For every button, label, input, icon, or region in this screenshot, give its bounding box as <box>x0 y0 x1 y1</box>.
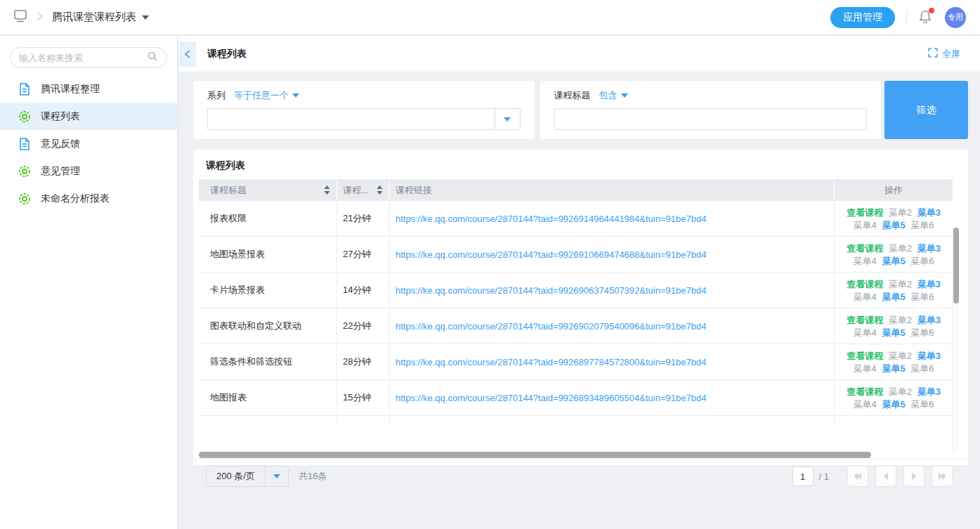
action-link-菜单3[interactable]: 菜单3 <box>917 351 941 361</box>
total-pages: / 1 <box>819 471 829 482</box>
current-page-input[interactable] <box>792 466 814 486</box>
action-link-菜单2[interactable]: 菜单2 <box>889 315 912 325</box>
prev-page-button[interactable] <box>875 466 896 487</box>
action-link-菜单3[interactable]: 菜单3 <box>917 279 941 289</box>
action-link-查看课程[interactable]: 查看课程 <box>847 279 883 289</box>
action-link-菜单6[interactable]: 菜单6 <box>910 363 934 374</box>
actions-cell: 查看课程 菜单2 菜单3 菜单4 菜单5 菜单6 <box>835 344 953 379</box>
avatar[interactable]: 专用 <box>945 7 966 28</box>
action-link-菜单5[interactable]: 菜单5 <box>882 220 905 230</box>
action-link-菜单6[interactable]: 菜单6 <box>910 220 934 230</box>
column-header-course-title[interactable]: 课程标题 <box>199 179 337 201</box>
action-link-菜单2[interactable]: 菜单2 <box>889 351 912 361</box>
sort-icon[interactable] <box>323 185 331 195</box>
filter-submit-button[interactable]: 筛选 <box>884 81 968 139</box>
page-size-select[interactable]: 200 条/页 <box>206 466 289 487</box>
sidebar-item-4[interactable]: 意见管理 <box>0 157 177 185</box>
action-link-菜单4[interactable]: 菜单4 <box>854 292 877 302</box>
chevron-down-icon <box>273 474 280 478</box>
action-link-查看课程[interactable]: 查看课程 <box>847 351 883 361</box>
next-page-button[interactable] <box>903 466 925 487</box>
action-link-菜单3[interactable]: 菜单3 <box>917 315 941 325</box>
course-title-cell: 卡片场景报表 <box>199 273 337 308</box>
course-duration-cell: 28分钟 <box>337 344 390 379</box>
column-header-duration[interactable]: 课程... <box>337 179 390 201</box>
fullscreen-button[interactable]: 全屏 <box>928 48 960 60</box>
first-page-button[interactable] <box>847 466 868 487</box>
action-link-菜单3[interactable]: 菜单3 <box>917 243 941 254</box>
series-operator-dropdown[interactable]: 等于任意一个 <box>234 89 299 102</box>
action-link-菜单5[interactable]: 菜单5 <box>882 256 905 266</box>
action-link-菜单3[interactable]: 菜单3 <box>917 207 941 218</box>
actions-cell: 查看课程 菜单2 菜单3 菜单4 菜单5 菜单6 <box>835 308 953 344</box>
app-manage-button[interactable]: 应用管理 <box>830 7 895 28</box>
course-link[interactable]: https://ke.qq.com/course/2870144?taid=99… <box>396 285 706 296</box>
page-size-caret[interactable] <box>265 466 288 486</box>
course-title-operator-dropdown[interactable]: 包含 <box>599 89 628 102</box>
action-link-菜单5[interactable]: 菜单5 <box>882 363 905 374</box>
last-page-button[interactable] <box>932 466 953 487</box>
horizontal-scrollbar[interactable] <box>199 452 953 459</box>
action-link-菜单2[interactable]: 菜单2 <box>889 279 912 289</box>
search-input[interactable] <box>19 53 147 63</box>
action-link-菜单3[interactable]: 菜单3 <box>917 386 941 397</box>
fullscreen-label: 全屏 <box>942 48 960 60</box>
course-title-input[interactable] <box>554 108 868 130</box>
doc-icon <box>18 83 31 96</box>
course-link-cell: https://ke.qq.com/course/2870144?taid=99… <box>390 201 835 236</box>
total-count: 共16条 <box>299 470 327 483</box>
action-link-菜单4[interactable]: 菜单4 <box>854 399 877 410</box>
action-link-菜单5[interactable]: 菜单5 <box>882 399 905 410</box>
vertical-scrollbar-thumb[interactable] <box>953 228 959 303</box>
sidebar-item-label: 意见反馈 <box>41 138 80 150</box>
sidebar-item-1[interactable]: 腾讯课程整理 <box>0 75 177 103</box>
action-link-菜单6[interactable]: 菜单6 <box>910 327 934 338</box>
search-icon[interactable] <box>147 51 158 65</box>
action-link-菜单2[interactable]: 菜单2 <box>889 386 912 397</box>
action-link-菜单6[interactable]: 菜单6 <box>910 399 934 410</box>
monitor-icon[interactable] <box>13 9 28 26</box>
action-link-菜单2[interactable]: 菜单2 <box>889 207 912 218</box>
sidebar-item-2[interactable]: 课程列表 <box>0 103 177 130</box>
course-link[interactable]: https://ke.qq.com/course/2870144?taid=99… <box>396 214 706 224</box>
action-link-查看课程[interactable]: 查看课程 <box>847 315 883 325</box>
actions-cell: 查看课程 菜单2 菜单3 菜单4 菜单5 菜单6 <box>835 237 953 272</box>
course-title-operator-label: 包含 <box>599 89 618 102</box>
action-link-菜单4[interactable]: 菜单4 <box>854 363 877 374</box>
chevron-right-icon <box>37 11 44 24</box>
notification-bell-icon[interactable] <box>918 9 934 26</box>
horizontal-scrollbar-thumb[interactable] <box>199 452 871 458</box>
series-select[interactable] <box>207 108 521 130</box>
action-link-菜单4[interactable]: 菜单4 <box>854 256 877 266</box>
table-header-row: 课程标题 课程... 课程链接 操作 <box>199 179 953 201</box>
course-link[interactable]: https://ke.qq.com/course/2870144?taid=99… <box>396 249 706 260</box>
pagination: 200 条/页 共16条 / 1 <box>193 459 968 493</box>
back-button[interactable] <box>179 41 196 67</box>
course-title-filter-card: 课程标题 包含 <box>540 81 882 139</box>
action-link-菜单6[interactable]: 菜单6 <box>910 256 934 266</box>
vertical-scrollbar[interactable] <box>952 227 959 452</box>
table-title: 课程列表 <box>193 150 968 181</box>
action-link-菜单6[interactable]: 菜单6 <box>910 292 934 302</box>
action-link-菜单2[interactable]: 菜单2 <box>889 243 912 254</box>
series-filter-card: 系列 等于任意一个 <box>193 81 535 139</box>
chevron-down-icon <box>504 117 511 122</box>
action-link-查看课程[interactable]: 查看课程 <box>847 243 883 254</box>
action-link-查看课程[interactable]: 查看课程 <box>847 386 883 397</box>
action-link-菜单5[interactable]: 菜单5 <box>882 292 905 302</box>
course-link[interactable]: https://ke.qq.com/course/2870144?taid=99… <box>396 321 706 332</box>
action-link-菜单5[interactable]: 菜单5 <box>882 327 905 338</box>
course-link-cell: https://ke.qq.com/course/2870144?taid=99… <box>390 380 835 415</box>
chevron-down-icon <box>292 93 299 98</box>
action-link-查看课程[interactable]: 查看课程 <box>847 207 883 218</box>
app-title-dropdown[interactable]: 腾讯课堂课程列表 <box>52 11 149 24</box>
course-duration-cell: 14分钟 <box>337 273 390 308</box>
series-select-caret[interactable] <box>495 109 520 129</box>
action-link-菜单4[interactable]: 菜单4 <box>854 220 877 230</box>
course-link[interactable]: https://ke.qq.com/course/2870144?taid=99… <box>396 357 706 367</box>
sidebar-item-3[interactable]: 意见反馈 <box>0 130 177 157</box>
course-link[interactable]: https://ke.qq.com/course/2870144?taid=99… <box>396 393 706 403</box>
sort-icon[interactable] <box>376 185 384 195</box>
action-link-菜单4[interactable]: 菜单4 <box>854 327 877 338</box>
sidebar-item-5[interactable]: 未命名分析报表 <box>0 185 177 212</box>
